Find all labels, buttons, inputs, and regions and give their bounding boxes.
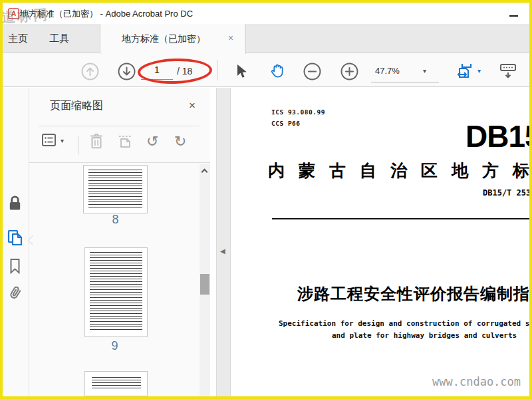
insert-pages-icon[interactable] [117,132,136,150]
thumbnail-page-8[interactable] [83,165,148,213]
doc-standard-code-large: DB15 [466,118,529,154]
panel-divider-2 [29,162,210,163]
zoom-underline [371,82,439,82]
doc-title-chinese: 涉路工程安全性评价报告编制指南 [297,283,529,305]
acrobat-window: A 地方标准（已加密） - Adobe Acrobat Pro DC 道标网 主… [0,0,532,399]
tab-close-icon[interactable]: × [224,31,237,45]
delete-pages-icon[interactable] [88,132,105,150]
zoom-level-value[interactable]: 47.7% [375,66,400,76]
tab-home[interactable]: 主页 [8,24,28,53]
zoom-out-button[interactable] [303,63,321,80]
zoom-in-button[interactable] [340,63,358,80]
page-number-input[interactable] [141,60,173,80]
thumbnail-text-lines [92,377,141,388]
bookmarks-icon[interactable] [7,257,23,275]
minimize-button[interactable] [509,11,519,21]
navigation-sidebar [0,88,29,396]
doc-subtitle-english-line1: Specification for design and constructio… [279,319,529,328]
toolbar-divider [217,60,217,80]
thumbnail-page-10[interactable] [84,371,148,396]
rotate-cw-icon[interactable]: ↻ [174,132,186,152]
zoom-dropdown-icon[interactable]: ▾ [423,67,426,74]
doc-ics-code: ICS 93.080.99 [271,108,325,116]
page-total-label: / 18 [177,66,192,76]
panel-divider [39,126,200,126]
doc-subtitle-english-line2: and plate for highway bridges and culver… [332,331,517,340]
doc-ccs-code: CCS P66 [271,120,301,127]
doc-region-standard-name: 内蒙古自治区地方标 [268,160,529,182]
page-thumbnails-panel: 页面缩略图 × ▾ ↺ ↻ [29,88,210,396]
main-toolbar: / 18 47.7% ▾ [3,53,529,87]
next-page-button[interactable] [118,63,136,80]
chevron-up-icon [201,169,208,176]
thumbnail-text-lines [88,170,142,207]
security-lock-icon[interactable] [7,194,23,211]
page-fit-dropdown-icon[interactable]: ▾ [477,67,481,74]
panel-close-icon[interactable]: × [185,98,200,113]
rotate-ccw-icon[interactable]: ↺ [146,132,158,152]
attachments-paperclip-icon[interactable] [7,284,23,301]
document-view[interactable]: ICS 93.080.99 CCS P66 DB15 内蒙古自治区地方标 DB1… [231,88,529,396]
doc-standard-number: DB15/T 2537 [483,188,529,198]
doc-horizontal-rule [272,218,529,219]
collapse-panel-icon[interactable]: ◀ [220,247,225,255]
page-thumbnails-icon[interactable] [7,229,23,246]
panel-toolbar-divider [78,136,78,154]
tab-document[interactable]: 地方标准（已加密） × [100,24,246,54]
thumbnail-options-dropdown-icon[interactable]: ▾ [61,137,64,144]
thumbnail-page-9[interactable] [84,247,148,337]
tab-document-label: 地方标准（已加密） [122,24,205,53]
window-title: 地方标准（已加密） - Adobe Acrobat Pro DC [20,8,193,20]
panel-title: 页面缩略图 [50,99,103,113]
tab-bar: 主页 工具 地方标准（已加密） × [3,24,529,53]
page-fit-icon[interactable] [456,61,475,80]
panel-notch [27,235,33,246]
previous-page-button[interactable] [81,63,99,80]
site-url-watermark: www.cndao.com [432,375,521,388]
thumbnail-options-icon[interactable] [41,133,57,148]
thumbnail-label-9: 9 [82,339,147,353]
tab-tools[interactable]: 工具 [49,24,69,53]
thumbnail-scrollbar-thumb[interactable] [200,274,209,295]
hand-tool-icon[interactable] [269,62,287,80]
pdf-file-icon: A [8,8,19,19]
scrollbar-up-arrow[interactable] [200,165,210,177]
thumbnail-label-8: 8 [83,213,148,227]
panel-splitter[interactable]: ◀ [216,88,231,396]
hide-toolbar-icon[interactable] [499,62,517,80]
select-tool-icon[interactable] [234,63,249,79]
thumbnail-text-lines [90,252,142,331]
title-bar: A 地方标准（已加密） - Adobe Acrobat Pro DC [3,3,529,24]
svg-text:A: A [11,10,17,17]
